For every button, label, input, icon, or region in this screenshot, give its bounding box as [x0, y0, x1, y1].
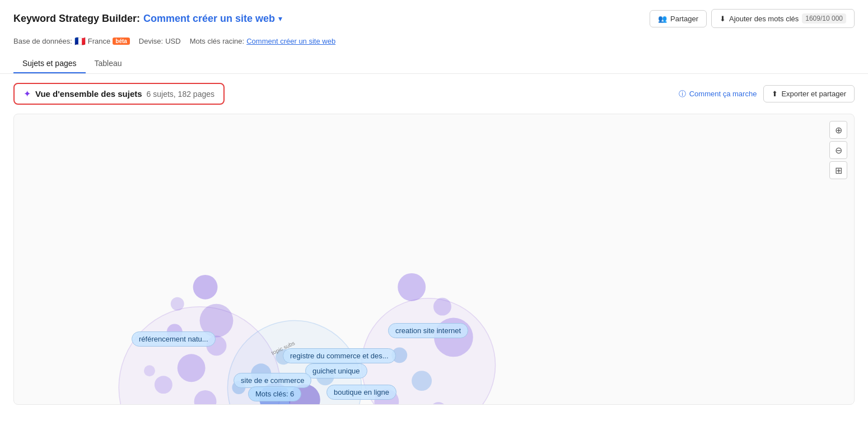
export-button[interactable]: ⬆ Exporter et partager	[763, 85, 855, 102]
topic-registre[interactable]: registre du commerce et des...	[283, 348, 396, 363]
header-actions: 👥 Partager ⬇ Ajouter des mots clés 1609/…	[650, 9, 855, 28]
svg-point-6	[178, 354, 206, 382]
topic-creation-site[interactable]: creation site internet	[388, 323, 468, 338]
fit-screen-icon: ⊞	[835, 165, 842, 176]
section-header: ✦ Vue d'ensemble des sujets 6 sujets, 18…	[13, 83, 855, 105]
export-icon: ⬆	[772, 90, 778, 98]
keywords-count-badge: 1609/10 000	[802, 13, 846, 24]
share-button[interactable]: 👥 Partager	[650, 10, 707, 27]
svg-point-9	[171, 297, 184, 311]
topic-boutique[interactable]: boutique en ligne	[326, 385, 396, 400]
currency-value: USD	[165, 37, 180, 45]
title-dynamic[interactable]: Comment créer un site web	[143, 13, 275, 25]
section-actions: ⓘ Comment ça marche ⬆ Exporter et partag…	[679, 85, 855, 102]
title-chevron-icon[interactable]: ▾	[278, 14, 282, 23]
tab-sujets-pages[interactable]: Sujets et pages	[13, 54, 86, 73]
meta-row: Base de données: 🇫🇷 France béta Devise: …	[13, 32, 855, 52]
tab-sujets-label: Sujets et pages	[22, 59, 77, 68]
zoom-in-button[interactable]: ⊕	[829, 121, 847, 139]
svg-point-7	[155, 376, 172, 394]
section-title: Vue d'ensemble des sujets	[35, 89, 142, 99]
topic-map-canvas: référencement natu... creation site inte…	[13, 114, 855, 405]
title-static: Keyword Strategy Builder:	[13, 13, 140, 25]
meta-database: Base de données: 🇫🇷 France béta	[13, 36, 130, 46]
zoom-out-button[interactable]: ⊖	[829, 141, 847, 159]
section-subtitle: 6 sujets, 182 pages	[147, 90, 214, 99]
flag-icon: 🇫🇷	[74, 36, 86, 46]
fit-screen-button[interactable]: ⊞	[829, 161, 847, 179]
beta-badge: béta	[113, 38, 130, 45]
root-value[interactable]: Comment créer un site web	[246, 37, 335, 45]
topic-guichet[interactable]: guichet unique	[305, 363, 367, 378]
add-keywords-button[interactable]: ⬇ Ajouter des mots clés 1609/10 000	[711, 9, 855, 28]
how-it-works-label: Comment ça marche	[689, 90, 757, 98]
topic-mots-cles[interactable]: Mots clés: 6	[248, 386, 301, 401]
sparkle-icon: ✦	[24, 88, 31, 99]
svg-point-22	[433, 298, 451, 316]
tabs-row: Sujets et pages Tableau	[13, 54, 855, 73]
bubble-visualization	[14, 114, 854, 404]
title-section: Keyword Strategy Builder: Comment créer …	[13, 13, 282, 25]
add-keywords-label: Ajouter des mots clés	[729, 15, 799, 23]
meta-root-keywords: Mots clés racine: Comment créer un site …	[190, 37, 336, 45]
meta-currency: Devise: USD	[139, 37, 181, 45]
help-circle-icon: ⓘ	[679, 89, 686, 99]
how-it-works-link[interactable]: ⓘ Comment ça marche	[679, 89, 757, 99]
svg-point-21	[398, 273, 426, 301]
header-top-row: Keyword Strategy Builder: Comment créer …	[13, 9, 855, 28]
svg-point-25	[412, 371, 432, 391]
zoom-controls: ⊕ ⊖ ⊞	[829, 121, 847, 179]
svg-point-10	[144, 365, 155, 376]
export-label: Exporter et partager	[781, 90, 846, 98]
download-icon: ⬇	[720, 15, 726, 23]
svg-point-3	[193, 275, 218, 300]
zoom-out-icon: ⊖	[835, 145, 842, 156]
topic-ecommerce[interactable]: site de e commerce	[234, 373, 311, 388]
share-icon: 👥	[658, 15, 667, 23]
page-header: Keyword Strategy Builder: Comment créer …	[0, 0, 868, 74]
currency-label: Devise:	[139, 37, 163, 45]
share-label: Partager	[670, 15, 698, 23]
topic-referencement[interactable]: référencement natu...	[132, 331, 216, 347]
database-label: Base de données:	[13, 37, 72, 45]
tab-tableau[interactable]: Tableau	[86, 54, 131, 73]
root-label: Mots clés racine:	[190, 37, 245, 45]
main-content: ✦ Vue d'ensemble des sujets 6 sujets, 18…	[0, 74, 868, 414]
zoom-in-icon: ⊕	[835, 125, 842, 135]
section-title-box: ✦ Vue d'ensemble des sujets 6 sujets, 18…	[13, 83, 225, 105]
tab-tableau-label: Tableau	[95, 59, 122, 68]
country-name: France	[88, 37, 110, 45]
